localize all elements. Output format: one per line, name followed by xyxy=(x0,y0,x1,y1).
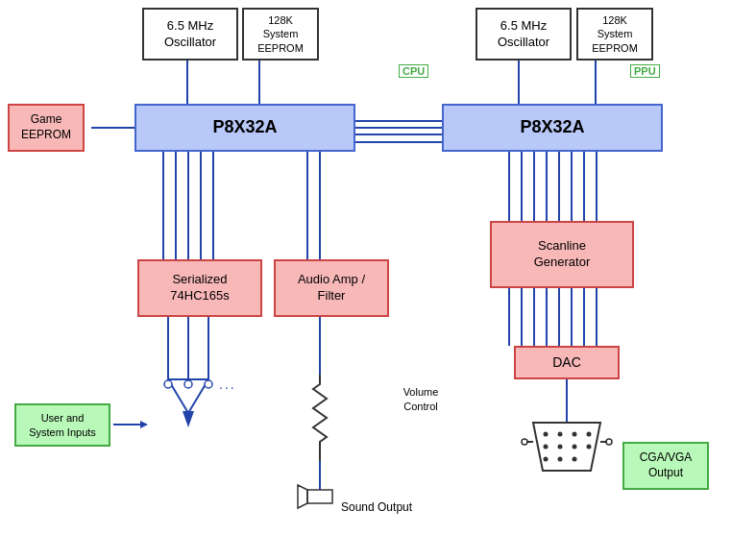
dac-box: DAC xyxy=(514,346,620,379)
eeprom-2-box: 128K System EEPROM xyxy=(576,8,653,61)
svg-point-41 xyxy=(205,380,212,388)
scanline-box: Scanline Generator xyxy=(490,221,634,288)
cpu-label: P8X32A xyxy=(212,116,277,138)
svg-point-53 xyxy=(558,445,563,450)
svg-point-49 xyxy=(558,432,563,437)
audio-amp-box: Audio Amp / Filter xyxy=(274,259,389,317)
svg-point-57 xyxy=(558,457,563,462)
ppu-badge: PPU xyxy=(630,64,660,78)
user-inputs-box: User and System Inputs xyxy=(14,403,110,447)
sound-output-label: Sound Output xyxy=(341,499,418,514)
svg-point-56 xyxy=(544,457,549,462)
svg-point-51 xyxy=(587,432,592,437)
svg-point-48 xyxy=(544,432,549,437)
block-diagram: 6.5 MHz Oscillator 128K System EEPROM 6.… xyxy=(0,0,756,535)
ppu-box: P8X32A xyxy=(442,104,663,152)
game-eeprom-label: Game EEPROM xyxy=(21,112,71,142)
dac-label: DAC xyxy=(552,353,581,371)
eeprom-1-box: 128K System EEPROM xyxy=(242,8,319,61)
serialized-box: Serialized 74HC165s xyxy=(137,259,262,317)
svg-line-36 xyxy=(168,379,188,413)
svg-marker-47 xyxy=(533,423,600,471)
serialized-label: Serialized 74HC165s xyxy=(170,272,229,304)
eeprom-2-label: 128K System EEPROM xyxy=(592,13,638,55)
svg-marker-64 xyxy=(140,421,148,428)
scanline-label: Scanline Generator xyxy=(534,238,591,271)
oscillator-2-label: 6.5 MHz Oscillator xyxy=(498,18,549,51)
oscillator-1-box: 6.5 MHz Oscillator xyxy=(142,8,238,61)
svg-point-50 xyxy=(573,432,577,437)
oscillator-1-label: 6.5 MHz Oscillator xyxy=(164,18,216,51)
svg-point-55 xyxy=(587,445,592,450)
svg-point-62 xyxy=(606,439,612,445)
audio-amp-label: Audio Amp / Filter xyxy=(298,272,365,304)
svg-point-60 xyxy=(522,439,527,445)
svg-point-39 xyxy=(164,380,172,388)
ppu-label: P8X32A xyxy=(520,116,584,138)
cpu-box: P8X32A xyxy=(134,104,355,152)
svg-point-58 xyxy=(573,457,577,462)
svg-marker-38 xyxy=(183,411,194,427)
cga-vga-box: CGA/VGA Output xyxy=(622,442,709,490)
cga-vga-label: CGA/VGA Output xyxy=(640,450,693,480)
svg-point-54 xyxy=(573,445,577,450)
svg-rect-44 xyxy=(307,490,332,503)
svg-point-40 xyxy=(184,380,192,388)
ellipsis-dots: ··· xyxy=(219,379,236,395)
svg-marker-45 xyxy=(298,485,307,508)
eeprom-1-label: 128K System EEPROM xyxy=(257,13,304,55)
svg-point-52 xyxy=(544,445,549,450)
user-inputs-label: User and System Inputs xyxy=(29,411,96,439)
svg-line-37 xyxy=(188,379,208,413)
volume-control-label: Volume Control xyxy=(392,384,450,413)
game-eeprom-box: Game EEPROM xyxy=(8,104,85,152)
cpu-badge: CPU xyxy=(399,64,428,78)
oscillator-2-box: 6.5 MHz Oscillator xyxy=(476,8,572,61)
